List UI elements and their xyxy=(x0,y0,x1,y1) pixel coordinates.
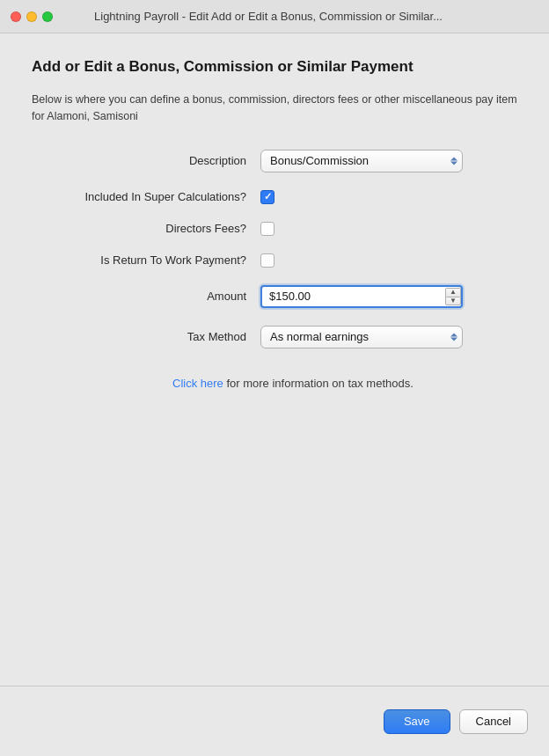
directors-checkbox[interactable] xyxy=(260,222,274,236)
amount-input-wrapper: ▲ ▼ xyxy=(260,285,463,308)
return-to-work-row: Is Return To Work Payment? xyxy=(32,253,517,268)
stepper-up-button[interactable]: ▲ xyxy=(445,288,461,297)
description-label: Description xyxy=(32,154,260,167)
tax-method-select[interactable]: As normal earnings Annualise earnings Wi… xyxy=(260,326,463,349)
return-to-work-checkbox[interactable] xyxy=(260,253,274,268)
tax-method-label: Tax Method xyxy=(32,330,260,343)
directors-label: Directors Fees? xyxy=(32,222,260,235)
super-checkbox[interactable]: ✓ xyxy=(260,190,274,204)
page-description: Below is where you can define a bonus, c… xyxy=(32,92,517,125)
description-select-wrapper: Bonus/Commission Directors Fees Commissi… xyxy=(260,150,463,172)
super-control: ✓ xyxy=(260,190,517,204)
main-container: Lightning Payroll - Edit Add or Edit a B… xyxy=(0,0,549,756)
directors-row: Directors Fees? xyxy=(32,222,517,236)
page-title: Add or Edit a Bonus, Commission or Simil… xyxy=(32,58,517,76)
info-description: for more information on tax methods. xyxy=(223,377,414,390)
amount-stepper: ▲ ▼ xyxy=(445,288,461,305)
return-to-work-control xyxy=(260,253,517,268)
window-title: Lightning Payroll - Edit Add or Edit a B… xyxy=(0,10,538,23)
checkmark-icon: ✓ xyxy=(264,192,272,202)
description-control: Bonus/Commission Directors Fees Commissi… xyxy=(260,150,517,172)
save-button[interactable]: Save xyxy=(384,709,450,734)
amount-control: ▲ ▼ xyxy=(260,285,517,308)
tax-method-select-wrapper: As normal earnings Annualise earnings Wi… xyxy=(260,326,463,349)
content-area: Add or Edit a Bonus, Commission or Simil… xyxy=(0,33,549,414)
return-to-work-label: Is Return To Work Payment? xyxy=(32,253,260,267)
directors-control xyxy=(260,222,517,236)
click-here-link[interactable]: Click here xyxy=(172,377,223,390)
title-bar: Lightning Payroll - Edit Add or Edit a B… xyxy=(0,0,549,33)
amount-input[interactable] xyxy=(260,285,463,308)
amount-row: Amount ▲ ▼ xyxy=(32,285,517,308)
stepper-down-button[interactable]: ▼ xyxy=(445,297,461,305)
amount-label: Amount xyxy=(32,290,260,303)
footer: Save Cancel xyxy=(0,686,549,756)
description-row: Description Bonus/Commission Directors F… xyxy=(32,150,517,172)
super-row: Included In Super Calculations? ✓ xyxy=(32,190,517,204)
super-label: Included In Super Calculations? xyxy=(32,190,260,203)
info-section: Click here for more information on tax m… xyxy=(32,375,517,393)
cancel-button[interactable]: Cancel xyxy=(459,709,528,734)
tax-method-row: Tax Method As normal earnings Annualise … xyxy=(32,326,517,349)
tax-method-control: As normal earnings Annualise earnings Wi… xyxy=(260,326,517,349)
description-select[interactable]: Bonus/Commission Directors Fees Commissi… xyxy=(260,150,463,172)
